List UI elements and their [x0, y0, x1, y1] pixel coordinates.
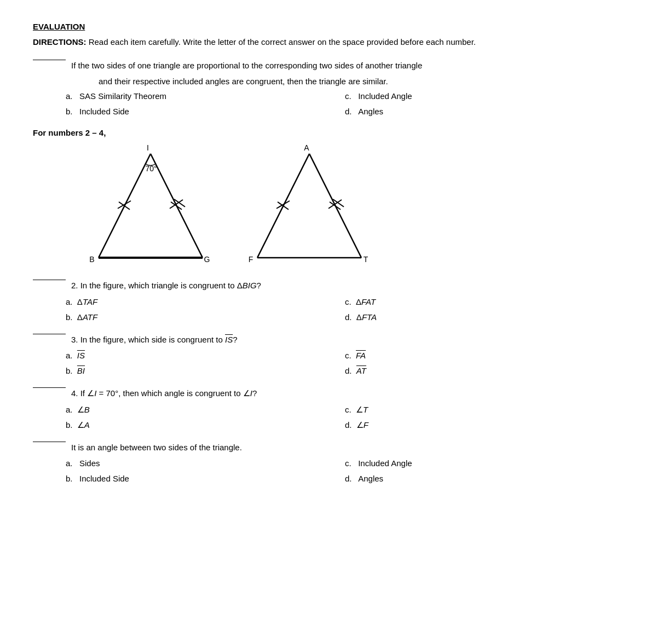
q4-blank	[33, 387, 66, 388]
q1-choice-b: b. Included Side	[66, 105, 345, 118]
q3-choice-d: d. AT	[345, 364, 624, 378]
q5-line: It is an angle between two sides of the …	[33, 442, 624, 454]
q1-choice-b-text: Included Side	[79, 107, 129, 116]
svg-text:B: B	[89, 255, 94, 264]
q5-choice-c: c. Included Angle	[345, 457, 624, 470]
q2-choice-d: d. ΔFTA	[345, 311, 624, 324]
q5-choice-a-letter: a.	[66, 459, 73, 468]
q1-choice-a-text: SAS Similarity Theorem	[79, 91, 166, 101]
directions-text: Read each item carefully. Write the lett…	[89, 37, 476, 47]
svg-text:T: T	[364, 255, 368, 264]
q2-line: 2. In the figure, which triangle is cong…	[33, 280, 624, 292]
q5-choice-c-letter: c.	[345, 459, 351, 468]
q5-choice-d-letter: d.	[345, 474, 352, 483]
question-3: 3. In the figure, which side is congruen…	[33, 334, 624, 378]
page-title: EVALUATION	[33, 22, 624, 31]
q3-text: 3. In the figure, which side is congruen…	[71, 334, 238, 346]
q4-choice-b: b. ∠A	[66, 419, 345, 432]
q1-choice-c-letter: c.	[345, 91, 351, 101]
question-2: 2. In the figure, which triangle is cong…	[33, 280, 624, 324]
q3-blank	[33, 334, 66, 334]
q5-choice-b-letter: b.	[66, 474, 73, 483]
directions-label: DIRECTIONS:	[33, 37, 87, 47]
q1-choice-c: c. Included Angle	[345, 90, 624, 103]
q4-line: 4. If ∠I = 70°, then which angle is cong…	[33, 387, 624, 400]
svg-text:A: A	[304, 143, 309, 152]
question-4: 4. If ∠I = 70°, then which angle is cong…	[33, 387, 624, 432]
q1-text: If the two sides of one triangle are pro…	[71, 60, 422, 72]
triangle-aft: A F T	[246, 143, 372, 269]
svg-text:I: I	[147, 143, 149, 152]
q2-text: 2. In the figure, which triangle is cong…	[71, 280, 261, 292]
q2-choice-b: b. ΔATF	[66, 311, 345, 324]
q5-choice-a: a. Sides	[66, 457, 345, 470]
q2-choice-c: c. ΔFAT	[345, 295, 624, 309]
q5-choice-b: b. Included Side	[66, 472, 345, 485]
q2-blank	[33, 280, 66, 280]
q4-choice-a: a. ∠B	[66, 403, 345, 416]
q1-choices: a. SAS Similarity Theorem c. Included An…	[66, 90, 624, 118]
figures-row: I B G 70° A F T	[88, 143, 624, 269]
q5-choice-b-text: Included Side	[79, 474, 129, 483]
q5-choice-d-text: Angles	[358, 474, 383, 483]
svg-text:F: F	[249, 255, 253, 264]
svg-line-18	[278, 202, 289, 210]
q1-choice-a: a. SAS Similarity Theorem	[66, 90, 345, 103]
svg-text:G: G	[204, 255, 210, 264]
question-1: If the two sides of one triangle are pro…	[33, 60, 624, 118]
triangle-big: I B G 70°	[88, 143, 214, 269]
q3-choice-b: b. BI	[66, 364, 345, 378]
q3-line: 3. In the figure, which side is congruen…	[33, 334, 624, 346]
q3-choices: a. IS c. FA b. BI d. AT	[66, 349, 624, 378]
q5-choice-d: d. Angles	[345, 472, 624, 485]
q1-choice-a-letter: a.	[66, 91, 73, 101]
q4-text: 4. If ∠I = 70°, then which angle is cong…	[71, 387, 257, 400]
q1-choice-c-text: Included Angle	[358, 91, 412, 101]
q3-choice-a: a. IS	[66, 349, 345, 362]
q5-choices: a. Sides c. Included Angle b. Included S…	[66, 457, 624, 485]
q3-choice-c: c. FA	[345, 349, 624, 362]
q1-choice-d-letter: d.	[345, 107, 352, 116]
q5-blank	[33, 442, 66, 442]
directions: DIRECTIONS: Read each item carefully. Wr…	[33, 36, 624, 49]
q1-choice-d: d. Angles	[345, 105, 624, 118]
q1-choice-b-letter: b.	[66, 107, 73, 116]
q1-blank	[33, 60, 66, 60]
q5-choice-c-text: Included Angle	[358, 459, 412, 468]
q5-choice-a-text: Sides	[79, 459, 100, 468]
svg-line-7	[119, 202, 130, 210]
q2-choice-a: a. ΔTAF	[66, 295, 345, 309]
q4-choice-d: d. ∠F	[345, 419, 624, 432]
question-5: It is an angle between two sides of the …	[33, 442, 624, 486]
q2-choices: a. ΔTAF c. ΔFAT b. ΔATF d. ΔFTA	[66, 295, 624, 324]
q1-line: If the two sides of one triangle are pro…	[33, 60, 624, 72]
q4-choice-c: c. ∠T	[345, 403, 624, 416]
svg-text:70°: 70°	[145, 164, 157, 173]
q1-subtext: and their respective included angles are…	[99, 76, 624, 88]
q1-choice-d-text: Angles	[358, 107, 383, 116]
for-numbers-label: For numbers 2 – 4,	[33, 128, 624, 137]
q4-choices: a. ∠B c. ∠T b. ∠A d. ∠F	[66, 403, 624, 432]
q5-text: It is an angle between two sides of the …	[71, 442, 242, 454]
